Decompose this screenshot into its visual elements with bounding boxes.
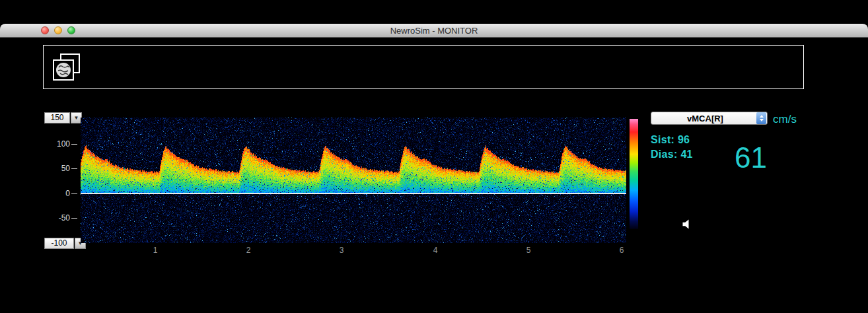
diastolic-readout: Dias: 41 [651,149,693,160]
systolic-label: Sist: [651,134,674,145]
scale-min-control: -100 ▼ [44,238,86,249]
toolbar [43,45,804,89]
stepper-down-icon [760,119,764,122]
x-tick: 5 [526,246,531,255]
x-tick: 3 [340,246,344,255]
x-tick: 6 [620,246,624,255]
stepper-icon[interactable] [756,112,766,124]
x-tick: 4 [433,246,438,255]
x-axis: 1 2 3 4 5 6 [81,246,626,255]
close-button[interactable] [41,26,49,34]
y-tick-100: 100 [20,139,77,149]
window-titlebar[interactable]: NewroSim - MONITOR [0,24,868,38]
scale-max-select[interactable]: 150 [44,112,70,123]
mean-velocity-value: 61 [735,141,767,174]
scale-min-select[interactable]: -100 [44,238,74,249]
x-tick: 1 [153,246,158,255]
tick-mark [71,218,77,219]
x-tick: 2 [246,246,251,255]
y-tick-50: 50 [20,164,77,173]
y-tick-neg50: -50 [20,213,77,223]
window-title: NewroSim - MONITOR [0,24,868,38]
systolic-readout: Sist: 96 [651,134,690,146]
scale-max-control: 150 ▼ [44,112,82,123]
stepper-up-icon [760,115,764,118]
minimize-button[interactable] [54,26,62,34]
brain-images-button[interactable] [52,52,82,83]
diastolic-value: 41 [680,149,692,160]
tick-mark [71,193,77,194]
brain-scan-stack-icon [52,52,82,83]
vessel-select[interactable]: vMCA[R] [651,112,768,125]
zoom-button[interactable] [67,26,75,34]
intensity-colorbar [630,119,638,229]
spectrogram-canvas [81,118,626,243]
systolic-value: 96 [678,134,690,145]
velocity-unit-label: cm/s [773,113,797,126]
tick-mark [71,144,77,145]
y-tick-0: 0 [20,189,77,198]
vessel-select-value: vMCA[R] [651,114,756,123]
diastolic-label: Dias: [651,149,678,160]
speaker-icon[interactable] [682,219,693,230]
tick-mark [71,168,77,169]
